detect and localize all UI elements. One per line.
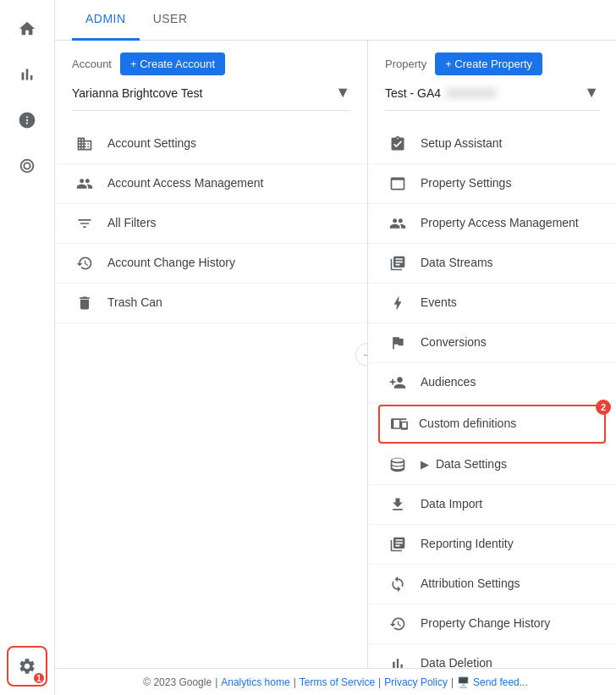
account-access-management-label: Account Access Management [107, 175, 347, 192]
setup-assistant-label: Setup Assistant [421, 135, 596, 152]
tabs-bar: ADMIN USER [55, 0, 616, 41]
events-label: Events [421, 295, 596, 312]
trash-can-label: Trash Can [107, 295, 347, 312]
filter-icon [75, 214, 94, 233]
property-selector[interactable]: Test - GA4 ▼ [385, 84, 599, 111]
property-selector-value: Test - GA4 [385, 86, 441, 100]
menu-data-settings[interactable]: ▶ Data Settings [368, 445, 616, 485]
building-icon [75, 135, 94, 153]
settings-nav-bottom: 1 [7, 646, 47, 687]
custom-definitions-label: Custom definitions [419, 416, 594, 433]
database-icon [388, 455, 407, 474]
data-settings-label: ▶ Data Settings [421, 456, 596, 473]
menu-trash-can[interactable]: Trash Can [55, 284, 367, 323]
property-column: Property + Create Property Test - GA4 ▼ … [368, 41, 616, 668]
nav-reports[interactable] [7, 54, 47, 95]
data-deletion-label: Data Deletion [421, 655, 596, 668]
nav-home[interactable] [7, 8, 47, 49]
data-settings-arrow: ▶ [421, 458, 429, 471]
menu-audiences[interactable]: Audiences [368, 363, 616, 403]
footer-terms-of-service[interactable]: Terms of Service [300, 676, 375, 688]
history-icon [75, 254, 94, 273]
account-column: Account + Create Account Yarianna Bright… [55, 41, 368, 668]
nav-advertising[interactable] [7, 146, 47, 186]
custom-def-icon [390, 415, 409, 433]
menu-custom-definitions[interactable]: Custom definitions 2 [378, 405, 606, 444]
footer-analytics-home[interactable]: Analytics home [221, 676, 289, 688]
lightning-icon [388, 294, 407, 312]
menu-reporting-identity[interactable]: Reporting Identity [368, 525, 616, 565]
menu-data-streams[interactable]: Data Streams [368, 244, 616, 284]
account-menu: Account Settings Account Access Manageme… [55, 118, 367, 330]
account-label: Account [72, 58, 112, 70]
person-add-icon [388, 373, 407, 392]
column-divider-arrow: → [355, 343, 368, 367]
settings-badge: 1 [32, 671, 46, 685]
menu-events[interactable]: Events [368, 284, 616, 323]
property-history-icon [388, 615, 407, 633]
clipboard-check-icon [388, 135, 407, 153]
property-label: Property [385, 58, 426, 70]
property-people-icon [388, 214, 407, 233]
account-change-history-label: Account Change History [107, 255, 347, 272]
all-filters-label: All Filters [107, 215, 347, 232]
create-account-button[interactable]: + Create Account [120, 52, 225, 75]
tab-user[interactable]: USER [140, 0, 201, 41]
menu-property-access-management[interactable]: Property Access Management [368, 204, 616, 244]
property-access-management-label: Property Access Management [421, 215, 596, 232]
menu-account-access-management[interactable]: Account Access Management [55, 164, 367, 204]
footer-privacy-policy[interactable]: Privacy Policy [384, 676, 448, 688]
account-header: Account + Create Account [55, 41, 367, 84]
trash-icon [75, 294, 94, 312]
property-change-history-label: Property Change History [421, 615, 596, 632]
menu-account-change-history[interactable]: Account Change History [55, 244, 367, 284]
create-property-button[interactable]: + Create Property [435, 52, 542, 75]
attribution-settings-label: Attribution Settings [421, 576, 596, 593]
menu-all-filters[interactable]: All Filters [55, 204, 367, 244]
account-settings-label: Account Settings [107, 135, 347, 152]
side-navigation: 1 [0, 0, 55, 695]
menu-property-change-history[interactable]: Property Change History [368, 604, 616, 644]
attribution-icon [388, 575, 407, 593]
upload-icon [388, 495, 407, 514]
tab-admin[interactable]: ADMIN [72, 0, 140, 41]
admin-body: Account + Create Account Yarianna Bright… [55, 41, 616, 668]
property-selector-blurred [446, 88, 497, 98]
nav-explore[interactable] [7, 100, 47, 141]
menu-property-settings[interactable]: Property Settings [368, 164, 616, 204]
property-settings-label: Property Settings [421, 175, 596, 192]
menu-data-deletion[interactable]: Data Deletion [368, 644, 616, 668]
data-import-label: Data Import [421, 496, 596, 513]
account-selector-value: Yarianna Brightcove Test [72, 86, 202, 100]
account-selector[interactable]: Yarianna Brightcove Test ▼ [72, 84, 350, 111]
menu-conversions[interactable]: Conversions [368, 323, 616, 363]
footer: © 2023 Google | Analytics home | Terms o… [55, 668, 616, 695]
menu-attribution-settings[interactable]: Attribution Settings [368, 565, 616, 604]
people-icon [75, 174, 94, 193]
main-content: ADMIN USER Account + Create Account Yari… [55, 0, 616, 695]
footer-copyright: © 2023 Google [143, 676, 212, 688]
property-menu: Setup Assistant Property Settings Proper… [368, 118, 616, 668]
audiences-label: Audiences [421, 374, 596, 391]
property-header: Property + Create Property [368, 41, 616, 84]
data-streams-label: Data Streams [421, 255, 596, 272]
streams-icon [388, 254, 407, 273]
reporting-identity-label: Reporting Identity [421, 536, 596, 553]
menu-setup-assistant[interactable]: Setup Assistant [368, 124, 616, 164]
footer-send-feedback[interactable]: Send feed... [473, 676, 528, 688]
property-selector-arrow: ▼ [584, 84, 599, 102]
menu-account-settings[interactable]: Account Settings [55, 124, 367, 164]
account-selector-arrow: ▼ [335, 84, 350, 102]
window-icon [388, 174, 407, 193]
conversions-label: Conversions [421, 334, 596, 351]
reporting-icon [388, 535, 407, 554]
footer-send-feedback-icon: 🖥️ [457, 676, 470, 688]
flag-icon [388, 334, 407, 352]
data-deletion-icon [388, 654, 407, 668]
menu-data-import[interactable]: Data Import [368, 485, 616, 525]
custom-definitions-badge: 2 [596, 400, 611, 415]
